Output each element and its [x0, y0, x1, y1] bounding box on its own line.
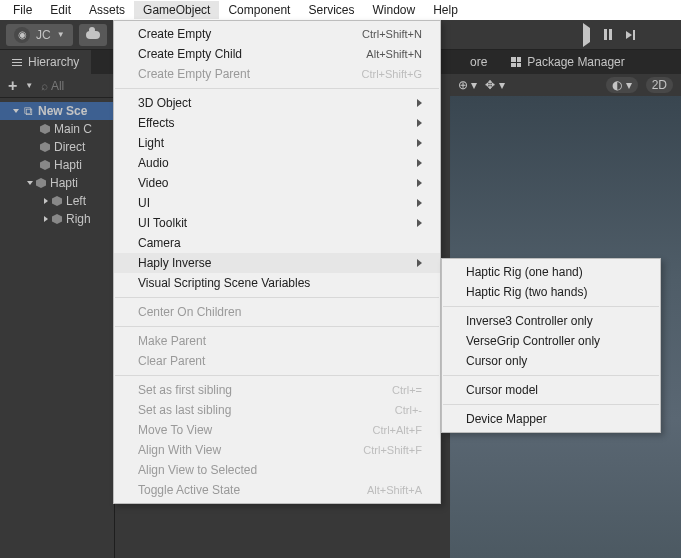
unity-logo-icon: ⧉ [22, 105, 34, 117]
hierarchy-item[interactable]: Hapti [0, 156, 115, 174]
menu-assets[interactable]: Assets [80, 1, 134, 19]
hierarchy-item[interactable]: Left [0, 192, 115, 210]
handle-button[interactable]: ✥ ▾ [485, 78, 504, 92]
menu-item: Center On Children [114, 302, 440, 322]
menu-item-label: VerseGrip Controller only [466, 334, 642, 348]
menu-item-label: Camera [138, 236, 422, 250]
menu-item-label: Light [138, 136, 377, 150]
hierarchy-item[interactable]: Direct [0, 138, 115, 156]
menu-item[interactable]: Video [114, 173, 440, 193]
menu-item[interactable]: Inverse3 Controller only [442, 311, 660, 331]
scene-toolbar: ⊕ ▾ ✥ ▾ ◐ ▾ 2D [450, 74, 681, 96]
menu-item[interactable]: Visual Scripting Scene Variables [114, 273, 440, 293]
hierarchy-toolbar: + ▼ ⌕ All ⧉ New Sce Main C Direct Hapti … [0, 74, 115, 232]
menu-component[interactable]: Component [219, 1, 299, 19]
menu-file[interactable]: File [4, 1, 41, 19]
menu-item[interactable]: Haptic Rig (two hands) [442, 282, 660, 302]
menu-separator [443, 404, 659, 405]
menu-separator [443, 306, 659, 307]
chevron-down-icon[interactable]: ▼ [25, 81, 33, 90]
menu-separator [115, 326, 439, 327]
cube-icon [40, 160, 50, 170]
tab-package-manager[interactable]: Package Manager [511, 55, 624, 69]
menu-item-label: Clear Parent [138, 354, 422, 368]
cube-icon [40, 142, 50, 152]
expand-icon[interactable] [44, 216, 48, 222]
tab-label: Hierarchy [28, 55, 79, 69]
submenu-arrow-icon [417, 159, 422, 167]
scene-label: New Sce [38, 104, 87, 118]
menu-item[interactable]: Effects [114, 113, 440, 133]
cloud-button[interactable] [79, 24, 107, 46]
tab-hierarchy[interactable]: Hierarchy [0, 50, 91, 74]
menu-item[interactable]: Haply Inverse [114, 253, 440, 273]
menu-item[interactable]: Haptic Rig (one hand) [442, 262, 660, 282]
pause-button[interactable] [604, 29, 612, 40]
menu-item-label: Effects [138, 116, 377, 130]
menu-item: Set as first siblingCtrl+= [114, 380, 440, 400]
menu-item-label: 3D Object [138, 96, 377, 110]
menu-item[interactable]: Cursor only [442, 351, 660, 371]
menu-item[interactable]: 3D Object [114, 93, 440, 113]
menu-item[interactable]: Camera [114, 233, 440, 253]
menu-item[interactable]: UI Toolkit [114, 213, 440, 233]
menu-window[interactable]: Window [363, 1, 424, 19]
scene-node[interactable]: ⧉ New Sce [0, 102, 115, 120]
menu-item[interactable]: Create EmptyCtrl+Shift+N [114, 24, 440, 44]
menu-item[interactable]: UI [114, 193, 440, 213]
menu-item-label: Move To View [138, 423, 342, 437]
menu-item-label: Create Empty [138, 27, 332, 41]
menu-item-label: Create Empty Parent [138, 67, 331, 81]
hierarchy-item[interactable]: Main C [0, 120, 115, 138]
submenu-arrow-icon [417, 179, 422, 187]
menu-item-label: Device Mapper [466, 412, 642, 426]
expand-icon[interactable] [13, 109, 19, 113]
cube-icon [36, 178, 46, 188]
menu-edit[interactable]: Edit [41, 1, 80, 19]
expand-icon[interactable] [44, 198, 48, 204]
node-label: Hapti [50, 176, 78, 190]
menu-shortcut: Alt+Shift+A [367, 484, 422, 496]
cube-icon [40, 124, 50, 134]
pivot-button[interactable]: ⊕ ▾ [458, 78, 477, 92]
menu-help[interactable]: Help [424, 1, 467, 19]
menu-item[interactable]: Create Empty ChildAlt+Shift+N [114, 44, 440, 64]
account-button[interactable]: ◉ JC ▼ [6, 24, 73, 46]
menu-bar: File Edit Assets GameObject Component Se… [0, 0, 681, 20]
hierarchy-item[interactable]: Righ [0, 210, 115, 228]
expand-icon[interactable] [27, 181, 33, 185]
menu-separator [443, 375, 659, 376]
menu-item: Align With ViewCtrl+Shift+F [114, 440, 440, 460]
menu-item[interactable]: Device Mapper [442, 409, 660, 429]
tab-stub[interactable]: ore [470, 55, 487, 69]
menu-item: Set as last siblingCtrl+- [114, 400, 440, 420]
menu-item: Create Empty ParentCtrl+Shift+G [114, 64, 440, 84]
menu-item-label: Create Empty Child [138, 47, 336, 61]
mode-2d-button[interactable]: 2D [646, 77, 673, 93]
search-input[interactable]: ⌕ All [41, 79, 64, 93]
menu-item[interactable]: VerseGrip Controller only [442, 331, 660, 351]
play-button[interactable] [583, 28, 590, 42]
menu-shortcut: Ctrl+Shift+N [362, 28, 422, 40]
step-button[interactable] [626, 30, 635, 40]
menu-item: Toggle Active StateAlt+Shift+A [114, 480, 440, 500]
menu-item-label: Haptic Rig (one hand) [466, 265, 642, 279]
menu-item[interactable]: Audio [114, 153, 440, 173]
hierarchy-item[interactable]: Hapti [0, 174, 115, 192]
play-icon [583, 23, 590, 47]
menu-item: Align View to Selected [114, 460, 440, 480]
node-label: Main C [54, 122, 92, 136]
menu-item[interactable]: Light [114, 133, 440, 153]
menu-item-label: Toggle Active State [138, 483, 337, 497]
menu-gameobject[interactable]: GameObject [134, 1, 219, 19]
user-avatar-icon: ◉ [14, 27, 30, 43]
menu-item-label: Visual Scripting Scene Variables [138, 276, 422, 290]
add-button[interactable]: + [8, 77, 17, 95]
menu-item-label: UI Toolkit [138, 216, 377, 230]
submenu-arrow-icon [417, 139, 422, 147]
shading-button[interactable]: ◐ ▾ [606, 77, 637, 93]
menu-item[interactable]: Cursor model [442, 380, 660, 400]
menu-services[interactable]: Services [299, 1, 363, 19]
node-label: Righ [66, 212, 91, 226]
menu-separator [115, 297, 439, 298]
